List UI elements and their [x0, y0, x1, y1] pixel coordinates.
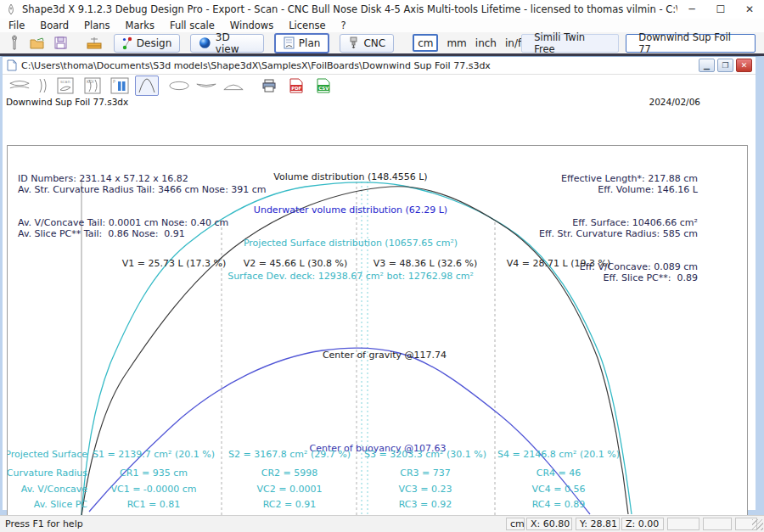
center-of-gravity-label: Center of gravity @117.74: [323, 350, 447, 361]
s2-value: S2 = 3167.8 cm² (29.7 %): [228, 449, 351, 460]
export-csv-icon[interactable]: CSV: [312, 76, 335, 96]
doc-minimize-button[interactable]: ▁: [699, 59, 715, 72]
v2-label: V2 = 45.66 L (30.8 %): [244, 258, 347, 269]
unit-mm[interactable]: mm: [447, 37, 466, 49]
menu-fullscale[interactable]: Full scale: [170, 20, 215, 31]
plan-page-icon: [284, 36, 295, 49]
close-button[interactable]: ✕: [735, 0, 764, 19]
3dview-label: 3D view: [216, 31, 256, 55]
current-model-button[interactable]: Downwind Sup Foil 77: [626, 34, 756, 53]
status-empty-1: [667, 518, 699, 530]
svg-text:scan: scan: [60, 79, 70, 84]
document-icon: [7, 59, 17, 71]
volume-distribution-view-icon[interactable]: [135, 76, 159, 96]
outline-view-icon[interactable]: [8, 76, 31, 96]
status-empty-2: [703, 518, 732, 530]
doc-close-button[interactable]: ✕: [736, 59, 752, 72]
view-toolbar: scan KOI P PDF: [3, 75, 756, 97]
s3-value: S3 = 3203.3 cm² (30.1 %): [364, 449, 486, 460]
save-icon[interactable]: [52, 34, 70, 53]
ellipse-shape-icon[interactable]: [167, 76, 191, 96]
svg-text:CSV: CSV: [318, 86, 329, 91]
svg-text:PDF: PDF: [291, 86, 301, 91]
menu-license[interactable]: License: [289, 20, 325, 31]
menu-marks[interactable]: Marks: [126, 20, 154, 31]
menu-file[interactable]: File: [8, 20, 25, 31]
design-button[interactable]: Design: [114, 34, 180, 53]
status-unit: cm: [506, 518, 525, 530]
document-window: C:\Users\thoma\Documents\S3d models\Shap…: [0, 56, 764, 515]
row-label-slicepc: Av. Slice PC: [34, 499, 87, 510]
rc1-value: RC1 = 0.81: [127, 499, 180, 510]
design-icon: [122, 36, 132, 50]
cr2-value: CR2 = 5998: [261, 468, 318, 479]
menu-windows[interactable]: Windows: [230, 20, 273, 31]
menu-help[interactable]: ?: [341, 20, 346, 31]
svg-text:P: P: [113, 79, 115, 84]
drawing-area: Downwind Sup Foil 77.s3dx 2024/02/06: [3, 97, 756, 510]
s1-value: S1 = 2139.7 cm² (20.1 %): [93, 449, 215, 460]
doc-restore-button[interactable]: ❐: [717, 59, 733, 72]
main-toolbar: Design 3D view Plan CNC cm mm inch in/f …: [0, 32, 764, 53]
design-label: Design: [137, 37, 171, 49]
row-label-vconcave: Av. V/Concave: [21, 484, 87, 495]
distribution-legend: Volume distribution (148.4556 L) Underwa…: [228, 149, 474, 304]
dome-shape-icon[interactable]: [222, 76, 245, 96]
v4-label: V4 = 28.71 L (19.3 %): [507, 258, 610, 269]
slice-edit-icon[interactable]: P: [108, 76, 132, 96]
open-folder-icon[interactable]: [28, 34, 46, 53]
cr4-value: CR4 = 46: [536, 468, 581, 479]
3dview-button[interactable]: 3D view: [190, 34, 264, 53]
rc2-value: RC2 = 0.91: [263, 499, 316, 510]
status-bar: Press F1 for help cm X: 60.80 Y: 28.81 Z…: [0, 515, 764, 532]
board-sheet-icon[interactable]: scan: [53, 76, 77, 96]
shaping-tool-icon[interactable]: [5, 34, 23, 53]
row-label-surface: Projected Surface: [7, 449, 87, 460]
cnc-button[interactable]: CNC: [340, 34, 394, 53]
app-window: Shape3d X 9.1.2.3 Debug Design Pro - Exp…: [0, 0, 764, 532]
vc4-value: VC4 = 0.56: [532, 484, 586, 495]
window-title: Shape3d X 9.1.2.3 Debug Design Pro - Exp…: [22, 3, 677, 15]
dish-shape-icon[interactable]: [194, 76, 218, 96]
maximize-button[interactable]: ☐: [706, 0, 735, 19]
dimensions-icon[interactable]: [85, 34, 103, 53]
3d-sphere-icon: [199, 36, 211, 49]
document-filename: Downwind Sup Foil 77.s3dx: [6, 97, 128, 106]
document-date: 2024/02/06: [649, 97, 700, 106]
vc3-value: VC3 = 0.23: [399, 484, 452, 495]
unit-selector: cm mm inch in/f: [413, 34, 521, 52]
vc2-value: VC2 = 0.0001: [257, 484, 323, 495]
plot-canvas[interactable]: ID Numbers: 231.14 x 57.12 x 16.82Av. St…: [7, 145, 748, 532]
status-y-coordinate: Y: 28.81: [576, 518, 620, 530]
rc3-value: RC3 = 0.92: [399, 499, 452, 510]
document-title-bar: C:\Users\thoma\Documents\S3d models\Shap…: [3, 57, 756, 75]
simili-twin-free-button[interactable]: Simili Twin Free: [521, 34, 619, 53]
board-measurements-icon[interactable]: KOI: [81, 76, 104, 96]
cr3-value: CR3 = 737: [400, 468, 451, 479]
row-label-curvature: Av. Curvature Radius: [7, 468, 87, 479]
slices-view-icon[interactable]: [35, 76, 50, 96]
status-z-coordinate: Z: 0.00: [621, 518, 664, 530]
effective-values-block: Effective Length*: 217.88 cmEff. Volume:…: [539, 151, 698, 305]
plan-button[interactable]: Plan: [274, 33, 330, 53]
unit-inf[interactable]: in/f: [505, 37, 521, 49]
s4-value: S4 = 2146.8 cm² (20.1 %): [497, 449, 620, 460]
plan-label: Plan: [299, 37, 321, 49]
menu-board[interactable]: Board: [40, 20, 69, 31]
status-x-coordinate: X: 60.80: [526, 518, 572, 530]
vc1-value: VC1 = -0.0000 cm: [110, 484, 196, 495]
minimize-button[interactable]: ─: [677, 0, 706, 19]
unit-inch[interactable]: inch: [475, 37, 497, 49]
status-help-text: Press F1 for help: [5, 518, 83, 529]
rc4-value: RC4 = 0.89: [532, 499, 585, 510]
cnc-label: CNC: [363, 37, 385, 49]
print-icon[interactable]: [257, 76, 281, 96]
unit-cm[interactable]: cm: [413, 34, 438, 52]
export-pdf-icon[interactable]: PDF: [284, 76, 308, 96]
v1-label: V1 = 25.73 L (17.3 %): [122, 258, 226, 269]
menu-plans[interactable]: Plans: [84, 20, 110, 31]
resize-grip[interactable]: [752, 519, 763, 530]
app-icon: [5, 3, 17, 15]
cr1-value: CR1 = 935 cm: [120, 468, 188, 479]
title-bar: Shape3d X 9.1.2.3 Debug Design Pro - Exp…: [0, 0, 764, 19]
